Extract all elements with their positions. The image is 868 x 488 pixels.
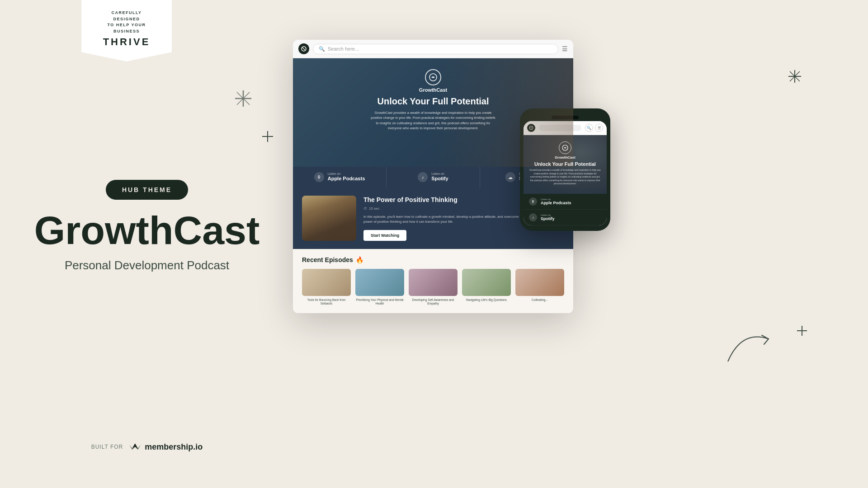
mobile-screen: 🔍 ☰ GrowthCast Unlock Your Full Potentia… xyxy=(524,121,607,225)
decoration-star-3 xyxy=(788,70,801,85)
mobile-spotify-name: Spotify xyxy=(541,216,555,221)
spotify-listen-label: Listen on xyxy=(431,172,444,175)
apple-listen-label: Listen on xyxy=(328,172,340,175)
mobile-apple-podcasts-name: Apple Podcasts xyxy=(541,201,571,205)
banner-wrapper: CAREFULLY DESIGNED TO HELP YOUR BUSINESS… xyxy=(81,0,172,61)
brand-title: GrowthCast xyxy=(34,211,260,250)
brand-subtitle: Personal Development Podcast xyxy=(65,258,229,272)
membership-logo-icon xyxy=(127,442,142,452)
decoration-star-4 xyxy=(797,325,807,338)
episode-card-4[interactable]: Navigating Life's Big Questions xyxy=(462,269,511,306)
built-for-prefix: BUILT FOR xyxy=(91,444,123,450)
mobile-spotify-button[interactable]: ♪ Listen on Spotify xyxy=(524,210,607,225)
browser-menu-icon[interactable]: ☰ xyxy=(562,45,568,53)
browser-logo xyxy=(298,43,309,54)
spotify-button[interactable]: ♪ Listen on Spotify xyxy=(387,167,480,188)
recent-episodes-section: Recent Episodes 🔥 Tools for Bouncing Bac… xyxy=(293,249,573,313)
browser-addressbar[interactable]: 🔍 Search here... xyxy=(313,44,558,54)
search-icon: 🔍 xyxy=(319,46,325,52)
episode-card-img-2 xyxy=(355,269,404,296)
mobile-menu-icon[interactable]: ☰ xyxy=(595,124,603,132)
mobile-icons: 🔍 ☰ xyxy=(585,124,603,132)
featured-episode-thumbnail xyxy=(302,196,356,241)
episode-card-img-3 xyxy=(409,269,458,296)
soundcloud-icon: ☁ xyxy=(505,172,515,182)
recent-title-emoji: 🔥 xyxy=(356,256,363,263)
episode-card-label-4: Navigating Life's Big Questions xyxy=(462,298,511,302)
apple-podcasts-text: Listen on Apple Podcasts xyxy=(328,172,365,182)
start-watching-button[interactable]: Start Watching xyxy=(363,230,406,241)
mobile-hero-logo-text: GrowthCast xyxy=(528,155,602,160)
mobile-hero-description: GrowthCast provides a wealth of knowledg… xyxy=(528,169,602,186)
episode-card-1[interactable]: Tools for Bouncing Back from Setbacks xyxy=(302,269,351,306)
mobile-hero-title: Unlock Your Full Potential xyxy=(528,161,602,167)
hero-content: GrowthCast Unlock Your Full Potential Gr… xyxy=(293,58,573,131)
mobile-hero-content: GrowthCast Unlock Your Full Potential Gr… xyxy=(524,135,607,186)
mobile-spotify-icon: ♪ xyxy=(529,213,537,221)
hub-theme-badge: HUB THEME xyxy=(106,180,188,200)
episode-card-img-4 xyxy=(462,269,511,296)
spotify-name: Spotify xyxy=(431,175,448,182)
banner: CAREFULLY DESIGNED TO HELP YOUR BUSINESS… xyxy=(81,0,172,61)
spotify-text: Listen on Spotify xyxy=(431,172,448,182)
mobile-hero: GrowthCast Unlock Your Full Potential Gr… xyxy=(524,135,607,194)
hero-logo: GrowthCast xyxy=(320,69,546,93)
episode-card-5[interactable]: Cultivating... xyxy=(515,269,564,306)
episode-card-2[interactable]: Prioritizing Your Physical and Mental He… xyxy=(355,269,404,306)
episode-card-img-5 xyxy=(515,269,564,296)
membership-logo-text: membership.io xyxy=(145,442,203,452)
decorative-curve xyxy=(723,325,778,371)
episode-card-3[interactable]: Developing Self-Awareness and Empathy xyxy=(409,269,458,306)
mobile-apple-text: Listen on Apple Podcasts xyxy=(541,198,571,205)
recent-episodes-title: Recent Episodes 🔥 xyxy=(302,256,564,263)
spotify-icon: ♪ xyxy=(418,172,428,182)
mobile-search-icon[interactable]: 🔍 xyxy=(585,124,593,132)
banner-thrive-text: THRIVE xyxy=(99,36,154,48)
apple-podcasts-name: Apple Podcasts xyxy=(328,175,365,182)
banner-subtitle-line2: TO HELP YOUR BUSINESS xyxy=(99,22,154,34)
hero-logo-text: GrowthCast xyxy=(419,87,447,93)
mobile-hero-logo-icon xyxy=(559,141,571,154)
membership-logo: membership.io xyxy=(127,442,203,452)
episodes-grid: Tools for Bouncing Back from Setbacks Pr… xyxy=(302,269,564,306)
hero-title: Unlock Your Full Potential xyxy=(320,96,546,107)
episode-card-img-1 xyxy=(302,269,351,296)
episode-card-label-2: Prioritizing Your Physical and Mental He… xyxy=(355,298,404,306)
apple-podcasts-button[interactable]: 🎙 Listen on Apple Podcasts xyxy=(293,167,387,188)
browser-chrome: 🔍 Search here... ☰ xyxy=(293,40,573,58)
banner-subtitle-line1: CAREFULLY DESIGNED xyxy=(99,10,154,22)
apple-podcasts-icon: 🎙 xyxy=(314,172,324,182)
mobile-apple-podcasts-button[interactable]: 🎙 Listen on Apple Podcasts xyxy=(524,194,607,210)
mobile-apple-icon: 🎙 xyxy=(529,197,537,206)
svg-line-13 xyxy=(302,47,305,50)
svg-line-9 xyxy=(790,71,800,81)
mobile-spotify-text: Listen on Spotify xyxy=(541,214,555,221)
episode-card-label-1: Tools for Bouncing Back from Setbacks xyxy=(302,298,351,306)
built-for-section: BUILT FOR membership.io xyxy=(91,442,203,452)
episode-card-label-5: Cultivating... xyxy=(515,298,564,302)
hero-logo-icon xyxy=(425,69,441,85)
episode-card-label-3: Developing Self-Awareness and Empathy xyxy=(409,298,458,306)
svg-line-8 xyxy=(790,71,800,81)
addressbar-text: Search here... xyxy=(328,46,359,52)
hero-description: GrowthCast provides a wealth of knowledg… xyxy=(370,110,496,131)
left-panel: CAREFULLY DESIGNED TO HELP YOUR BUSINESS… xyxy=(0,0,294,488)
